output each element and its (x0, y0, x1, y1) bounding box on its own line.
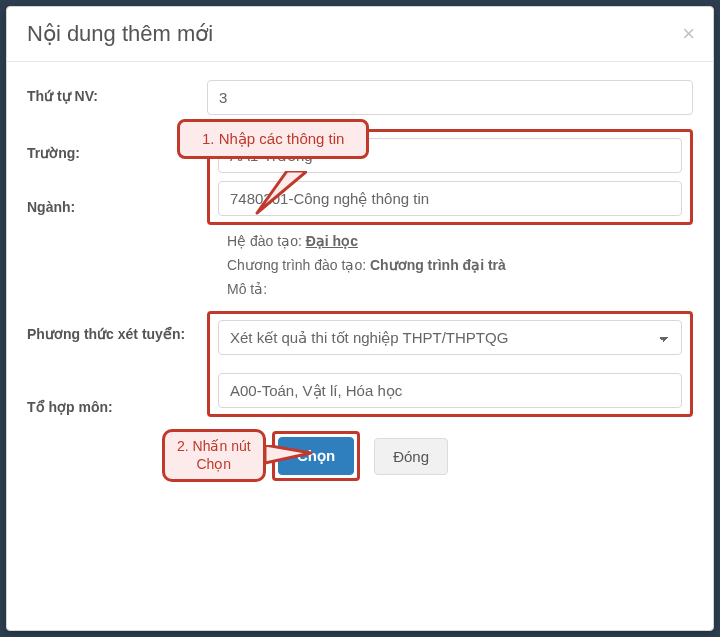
he-dao-tao-label: Hệ đào tạo: (227, 233, 306, 249)
input-thu-tu-nv[interactable] (207, 80, 693, 115)
line-chuong-trinh: Chương trình đào tạo: Chương trình đại t… (227, 257, 693, 273)
info-block: Hệ đào tạo: Đại học Chương trình đào tạo… (227, 233, 693, 297)
chuong-trinh-label: Chương trình đào tạo: (227, 257, 370, 273)
select-phuong-thuc[interactable]: Xét kết quả thi tốt nghiệp THPT/THPTQG (218, 320, 682, 355)
callout-step2: 2. Nhấn nút Chọn (162, 429, 266, 482)
label-thu-tu-nv: Thứ tự NV: (27, 80, 197, 104)
input-to-hop-mon[interactable] (218, 373, 682, 408)
label-truong: Trường: (27, 129, 197, 185)
close-icon[interactable]: × (682, 23, 695, 45)
svg-marker-1 (265, 445, 311, 463)
mo-ta-label: Mô tả: (227, 281, 267, 297)
row-thu-tu-nv: Thứ tự NV: (27, 80, 693, 115)
callout-step1: 1. Nhập các thông tin (177, 119, 369, 159)
svg-marker-0 (257, 171, 307, 213)
chuong-trinh-value: Chương trình đại trà (370, 257, 506, 273)
label-to-hop-mon: Tổ hợp môn: (27, 381, 197, 415)
line-he-dao-tao: Hệ đào tạo: Đại học (227, 233, 693, 249)
label-phuong-thuc: Phương thức xét tuyển: (27, 311, 197, 381)
btn-dong[interactable]: Đóng (374, 438, 448, 475)
button-row: 2. Nhấn nút Chọn Chọn Đóng (27, 431, 693, 481)
callout2-tail-icon (265, 445, 313, 467)
callout1-tail-icon (237, 171, 307, 215)
modal-body: Thứ tự NV: 1. Nhập các thông tin Trường:… (7, 62, 713, 630)
he-dao-tao-value: Đại học (306, 233, 358, 249)
modal-header: Nội dung thêm mới × (7, 7, 713, 62)
modal-add-new: Nội dung thêm mới × Thứ tự NV: 1. Nhập c… (6, 6, 714, 631)
redbox-group2: Xét kết quả thi tốt nghiệp THPT/THPTQG (207, 311, 693, 417)
label-nganh: Ngành: (27, 185, 197, 215)
line-mo-ta: Mô tả: (227, 281, 693, 297)
modal-title: Nội dung thêm mới (27, 21, 213, 47)
